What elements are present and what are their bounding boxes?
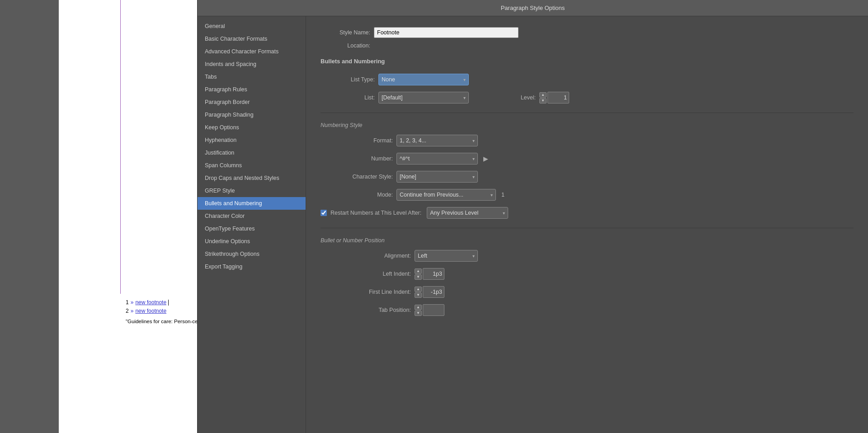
restart-row: Restart Numbers at This Level After: Any… <box>321 207 854 219</box>
tab-position-input[interactable] <box>423 304 444 316</box>
sidebar: General Basic Character Formats Advanced… <box>198 16 306 433</box>
bullet-position-section: Bullet or Number Position Alignment: Lef… <box>321 237 854 316</box>
footnote-arrow-2: » <box>131 307 134 315</box>
sidebar-item-basic-char[interactable]: Basic Character Formats <box>198 33 306 45</box>
dialog-title: Paragraph Style Options <box>501 5 565 11</box>
section-heading: Bullets and Numbering <box>321 58 854 65</box>
style-name-input[interactable] <box>374 27 519 38</box>
format-row: Format: 1, 2, 3, 4... ▾ <box>321 135 854 146</box>
left-rule <box>120 0 121 294</box>
tab-position-spinner: ▲ ▼ <box>415 304 444 316</box>
restart-select[interactable]: Any Previous Level ▾ <box>427 207 508 219</box>
level-down-button[interactable]: ▼ <box>539 98 547 104</box>
number-dropdown-icon: ▾ <box>472 156 475 161</box>
divider-1 <box>321 113 854 113</box>
alignment-label: Alignment: <box>321 253 411 259</box>
alignment-select[interactable]: Left ▾ <box>415 250 478 262</box>
list-value: [Default] <box>382 94 403 101</box>
sidebar-item-bullets-numbering[interactable]: Bullets and Numbering <box>198 197 306 210</box>
sidebar-item-opentype[interactable]: OpenType Features <box>198 222 306 235</box>
level-up-button[interactable]: ▲ <box>539 92 547 98</box>
level-spinner-buttons: ▲ ▼ <box>539 92 547 104</box>
character-style-select[interactable]: [None] ▾ <box>396 171 478 183</box>
location-label: Location: <box>321 42 370 49</box>
document-area: 1 » new footnote 2 » new footnote "Guide… <box>0 0 199 433</box>
sidebar-item-paragraph-shading[interactable]: Paragraph Shading <box>198 108 306 121</box>
left-indent-spinner: ▲ ▼ <box>415 268 444 280</box>
sidebar-item-paragraph-border[interactable]: Paragraph Border <box>198 96 306 108</box>
list-level-row: List: [Default] ▾ Level: ▲ ▼ <box>321 92 854 104</box>
restart-checkbox[interactable] <box>321 210 327 216</box>
footnote-cursor <box>168 300 169 306</box>
left-indent-input[interactable] <box>423 268 444 280</box>
list-type-value: None <box>382 76 395 83</box>
tab-position-up-button[interactable]: ▲ <box>415 305 422 310</box>
left-indent-label: Left Indent: <box>321 271 411 277</box>
list-type-select[interactable]: None ▾ <box>378 74 469 85</box>
sidebar-item-drop-caps[interactable]: Drop Caps and Nested Styles <box>198 172 306 184</box>
first-line-indent-row: First Line Indent: ▲ ▼ <box>321 286 854 298</box>
sidebar-item-hyphenation[interactable]: Hyphenation <box>198 134 306 146</box>
sidebar-item-grep-style[interactable]: GREP Style <box>198 184 306 197</box>
sidebar-item-underline[interactable]: Underline Options <box>198 235 306 248</box>
sidebar-item-general[interactable]: General <box>198 20 306 33</box>
sidebar-item-character-color[interactable]: Character Color <box>198 210 306 222</box>
list-arrow-icon: ▾ <box>463 95 466 100</box>
number-label: Number: <box>321 155 393 162</box>
numbering-style-section: Numbering Style Format: 1, 2, 3, 4... ▾ … <box>321 122 854 219</box>
tab-position-row: Tab Position: ▲ ▼ <box>321 304 854 316</box>
left-indent-row: Left Indent: ▲ ▼ <box>321 268 854 280</box>
sidebar-item-justification[interactable]: Justification <box>198 146 306 159</box>
first-line-down-button[interactable]: ▼ <box>415 292 422 298</box>
restart-value: Any Previous Level <box>430 210 478 216</box>
left-indent-up-button[interactable]: ▲ <box>415 268 422 274</box>
mode-select[interactable]: Continue from Previous... ▾ <box>396 189 496 201</box>
tab-position-down-button[interactable]: ▼ <box>415 311 422 316</box>
sidebar-item-indents-spacing[interactable]: Indents and Spacing <box>198 58 306 71</box>
first-line-indent-input[interactable] <box>423 286 444 298</box>
divider-2 <box>321 228 854 228</box>
sidebar-item-keep-options[interactable]: Keep Options <box>198 121 306 134</box>
level-spinner: ▲ ▼ <box>539 92 569 104</box>
format-value: 1, 2, 3, 4... <box>400 137 426 144</box>
footnote-text-1: new footnote <box>135 298 166 307</box>
number-input-group[interactable]: ^#^t ▾ <box>396 153 478 165</box>
style-name-row: Style Name: <box>321 27 854 38</box>
list-select[interactable]: [Default] ▾ <box>378 92 469 104</box>
format-select[interactable]: 1, 2, 3, 4... ▾ <box>396 135 478 146</box>
tab-position-label: Tab Position: <box>321 307 411 313</box>
sidebar-item-strikethrough[interactable]: Strikethrough Options <box>198 248 306 260</box>
paragraph-style-dialog: Paragraph Style Options General Basic Ch… <box>197 0 868 433</box>
list-type-label: List Type: <box>321 76 375 83</box>
number-expand-icon[interactable]: ▶ <box>483 155 488 162</box>
first-line-indent-buttons: ▲ ▼ <box>415 287 422 298</box>
sidebar-item-span-columns[interactable]: Span Columns <box>198 159 306 172</box>
sidebar-item-tabs[interactable]: Tabs <box>198 71 306 83</box>
mode-arrow-icon: ▾ <box>491 193 493 198</box>
character-style-row: Character Style: [None] ▾ <box>321 171 854 183</box>
alignment-arrow-icon: ▾ <box>472 254 475 259</box>
title-bar: Paragraph Style Options <box>198 0 868 16</box>
left-indent-down-button[interactable]: ▼ <box>415 274 422 280</box>
mode-value: Continue from Previous... <box>400 192 463 198</box>
footnote-text-2: new footnote <box>135 307 166 315</box>
first-line-indent-spinner: ▲ ▼ <box>415 286 444 298</box>
sidebar-item-export-tagging[interactable]: Export Tagging <box>198 260 306 273</box>
list-label: List: <box>321 94 375 101</box>
list-type-arrow-icon: ▾ <box>463 77 466 82</box>
bullet-position-title: Bullet or Number Position <box>321 237 854 244</box>
first-line-up-button[interactable]: ▲ <box>415 287 422 292</box>
alignment-row: Alignment: Left ▾ <box>321 250 854 262</box>
left-indent-buttons: ▲ ▼ <box>415 268 422 280</box>
style-name-label: Style Name: <box>321 29 370 36</box>
character-style-label: Character Style: <box>321 174 393 180</box>
numbering-style-title: Numbering Style <box>321 122 854 128</box>
sidebar-item-paragraph-rules[interactable]: Paragraph Rules <box>198 83 306 96</box>
sidebar-item-advanced-char[interactable]: Advanced Character Formats <box>198 45 306 58</box>
level-input[interactable] <box>547 92 569 104</box>
mode-label: Mode: <box>321 192 393 198</box>
dialog-body: General Basic Character Formats Advanced… <box>198 16 868 433</box>
footnote-arrow-1: » <box>131 298 134 307</box>
mode-number: 1 <box>501 192 505 198</box>
footnote-num-2: 2 <box>126 307 129 315</box>
